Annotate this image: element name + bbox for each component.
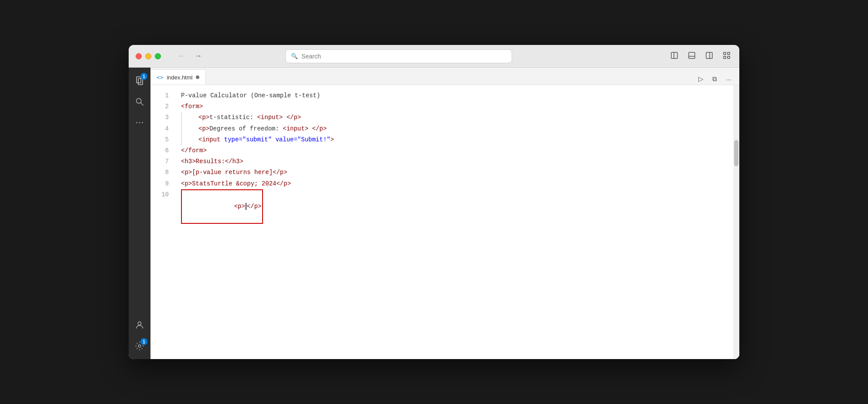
- line-7-text: <h3>Results:</h3>: [181, 156, 243, 167]
- line-5-input-tag: <input: [198, 134, 224, 145]
- line-10-p-open: <p>: [234, 203, 245, 210]
- line-5-value-attr: value=: [272, 134, 297, 145]
- svg-rect-10: [137, 77, 141, 83]
- svg-point-18: [138, 345, 141, 347]
- titlebar-right: [669, 50, 732, 63]
- panel-left-icon[interactable]: [669, 50, 680, 63]
- panel-right-icon[interactable]: [704, 50, 715, 63]
- search-icon: 🔍: [291, 53, 298, 59]
- maximize-button[interactable]: [155, 53, 161, 59]
- tab-index-html[interactable]: <> index.html: [150, 69, 206, 85]
- run-button[interactable]: ▷: [697, 73, 705, 85]
- activity-item-explorer[interactable]: 1: [131, 72, 148, 89]
- scrollbar[interactable]: [733, 85, 739, 359]
- scrollbar-thumb[interactable]: [734, 140, 738, 166]
- line-3-input: <input>: [257, 112, 283, 123]
- back-button[interactable]: ←: [175, 50, 188, 62]
- line-5-type-val: "submit": [243, 134, 272, 145]
- search-bar[interactable]: 🔍: [285, 49, 512, 63]
- minimize-button[interactable]: [145, 53, 151, 59]
- line-3-text: t-statistic:: [209, 112, 257, 123]
- svg-point-17: [138, 322, 141, 325]
- svg-rect-6: [724, 52, 726, 55]
- line-5-close: >: [330, 134, 334, 145]
- svg-line-13: [141, 103, 144, 106]
- code-line-1: P-value Calculator (One-sample t-test): [181, 90, 733, 101]
- activity-item-settings[interactable]: 1: [131, 337, 148, 355]
- svg-rect-9: [728, 56, 730, 58]
- tab-bar: <> index.html ▷ ⧉ ···: [150, 68, 739, 85]
- activity-item-account[interactable]: [131, 316, 148, 334]
- line-1-text: P-value Calculator (One-sample t-test): [181, 90, 320, 101]
- svg-point-16: [142, 122, 143, 123]
- line-4-p-close: </p>: [312, 123, 327, 134]
- activity-item-search[interactable]: [131, 93, 148, 110]
- svg-point-14: [136, 122, 137, 123]
- code-editor[interactable]: P-value Calculator (One-sample t-test) <…: [174, 85, 733, 359]
- line-4-input: <input>: [283, 123, 308, 134]
- code-line-2: <form>: [181, 101, 733, 112]
- svg-rect-2: [689, 52, 695, 58]
- tab-file-icon: <>: [157, 74, 163, 81]
- forward-button[interactable]: →: [191, 50, 205, 62]
- nav-buttons: ← →: [175, 50, 205, 62]
- search-input[interactable]: [301, 53, 506, 60]
- line-2-text: <form>: [181, 101, 203, 112]
- line-4-text: Degrees of freedom:: [209, 123, 283, 134]
- editor-area: <> index.html ▷ ⧉ ··· 1 2 3 4 5: [150, 68, 739, 359]
- vscode-window: ← → 🔍: [129, 45, 739, 359]
- line-3-p-open: <p>: [198, 112, 209, 123]
- code-line-5: <input type="submit" value="Submit!">: [181, 134, 733, 145]
- editor-content[interactable]: 1 2 3 4 5 6 7 8 9 10 P-value Calculator …: [150, 85, 739, 359]
- activity-item-more[interactable]: [131, 114, 148, 131]
- activity-bar: 1: [129, 68, 150, 359]
- layout-icon[interactable]: [721, 50, 732, 63]
- main-area: 1: [129, 68, 739, 359]
- svg-point-15: [139, 122, 140, 123]
- svg-rect-8: [724, 56, 726, 58]
- close-button[interactable]: [136, 53, 142, 59]
- more-actions-button[interactable]: ···: [724, 74, 733, 85]
- line-6-text: </form>: [181, 145, 207, 156]
- tab-modified-dot: [196, 75, 199, 79]
- code-line-3: <p>t-statistic: <input> </p>: [181, 112, 733, 123]
- split-editor-button[interactable]: ⧉: [711, 73, 719, 85]
- line-numbers: 1 2 3 4 5 6 7 8 9 10: [150, 85, 174, 359]
- code-line-10: <p></p>: [181, 189, 733, 224]
- code-line-9: <p>StatsTurtle &copy; 2024</p>: [181, 178, 733, 189]
- tab-filename: index.html: [167, 74, 192, 81]
- panel-bottom-icon[interactable]: [686, 50, 697, 63]
- explorer-badge: 1: [140, 73, 147, 80]
- svg-rect-0: [671, 52, 677, 58]
- code-line-8: <p>[p-value returns here]</p>: [181, 167, 733, 178]
- line-10-cursor: [246, 203, 246, 210]
- titlebar: ← → 🔍: [129, 45, 739, 68]
- svg-point-12: [137, 99, 141, 103]
- line-9-text: <p>StatsTurtle &copy; 2024</p>: [181, 178, 291, 189]
- code-line-6: </form>: [181, 145, 733, 156]
- line-4-p-open: <p>: [198, 123, 209, 134]
- tab-actions: ▷ ⧉ ···: [697, 73, 739, 85]
- svg-rect-4: [706, 52, 712, 58]
- line-10-p-close: </p>: [247, 203, 262, 210]
- line-8-text: <p>[p-value returns here]</p>: [181, 167, 287, 178]
- code-line-4: <p>Degrees of freedom: <input> </p>: [181, 123, 733, 134]
- line-5-type-attr: type=: [224, 134, 243, 145]
- svg-rect-7: [728, 52, 730, 55]
- line-10-highlighted: <p></p>: [181, 189, 263, 224]
- line-3-p-close: </p>: [287, 112, 301, 123]
- traffic-lights: [136, 53, 161, 59]
- settings-badge: 1: [140, 338, 147, 345]
- code-line-7: <h3>Results:</h3>: [181, 156, 733, 167]
- line-5-value-val: "Submit!": [297, 134, 331, 145]
